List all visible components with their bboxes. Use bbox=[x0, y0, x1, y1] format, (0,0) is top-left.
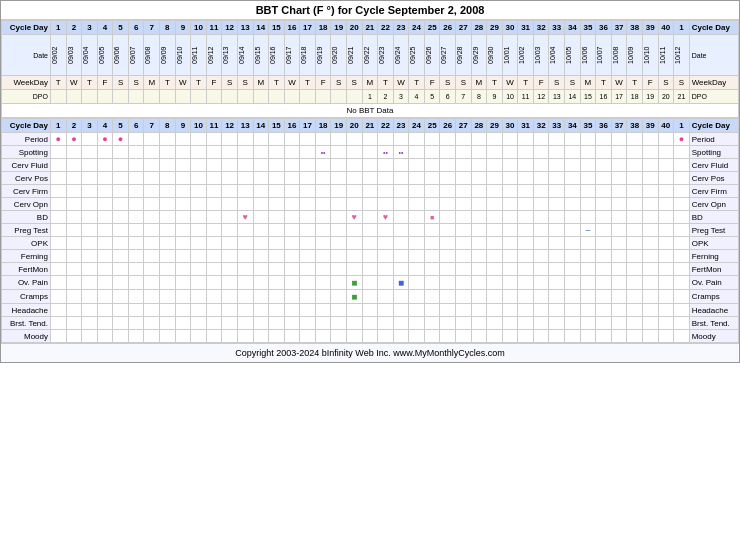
bd-label-right: BD bbox=[689, 211, 738, 224]
cycle-day-row-2: Cycle Day 12345 678910 1112131415 161718… bbox=[2, 119, 739, 133]
weekday-label: WeekDay bbox=[2, 76, 51, 90]
cerv-firm-label: Cerv Firm bbox=[2, 185, 51, 198]
cerv-firm-row: Cerv Firm Cerv Firm bbox=[2, 185, 739, 198]
moody-row: Moody Moody bbox=[2, 330, 739, 343]
spotting-label-right: Spotting bbox=[689, 146, 738, 159]
date-row: Date 09/02 09/03 09/04 09/05 09/06 09/07… bbox=[2, 35, 739, 76]
cramps-label: Cramps bbox=[2, 290, 51, 304]
cycle-day-label-2: Cycle Day bbox=[2, 119, 51, 133]
spotting-label: Spotting bbox=[2, 146, 51, 159]
cramps-label-right: Cramps bbox=[689, 290, 738, 304]
ferning-row: Ferning Ferning bbox=[2, 250, 739, 263]
dpo-label: DPO bbox=[2, 90, 51, 104]
preg-test-label: Preg Test bbox=[2, 224, 51, 237]
no-bbt-label: No BBT Data bbox=[2, 104, 739, 118]
weekday-row: WeekDay TWTFS SMTWT FSSMT WTFSS MTWTF SS… bbox=[2, 76, 739, 90]
cerv-opn-row: Cerv Opn Cerv Opn bbox=[2, 198, 739, 211]
cerv-firm-label-right: Cerv Firm bbox=[689, 185, 738, 198]
preg-test-label-right: Preg Test bbox=[689, 224, 738, 237]
cycle-day-label: Cycle Day bbox=[2, 21, 51, 35]
dpo-row: DPO 12345 678910 1112131415 1617181920 2… bbox=[2, 90, 739, 104]
opk-label-right: OPK bbox=[689, 237, 738, 250]
opk-row: OPK OPK bbox=[2, 237, 739, 250]
brst-tend-row: Brst. Tend. Brst. Tend. bbox=[2, 317, 739, 330]
weekday-label-right: WeekDay bbox=[689, 76, 738, 90]
data-table: Cycle Day 12345 678910 1112131415 161718… bbox=[1, 118, 739, 343]
ferning-label-right: Ferning bbox=[689, 250, 738, 263]
chart-title: BBT Chart (F °) for Cycle September 2, 2… bbox=[1, 1, 739, 20]
headache-row: Headache Headache bbox=[2, 304, 739, 317]
opk-label: OPK bbox=[2, 237, 51, 250]
cerv-opn-label: Cerv Opn bbox=[2, 198, 51, 211]
ov-pain-label-right: Ov. Pain bbox=[689, 276, 738, 290]
footer: Copyright 2003-2024 bInfinity Web Inc. w… bbox=[1, 343, 739, 362]
period-label: Period bbox=[2, 133, 51, 146]
period-row: Period ● ● ● ● ● Period bbox=[2, 133, 739, 146]
cerv-opn-label-right: Cerv Opn bbox=[689, 198, 738, 211]
fertmon-label: FertMon bbox=[2, 263, 51, 276]
cramps-row: Cramps ■ Cramps bbox=[2, 290, 739, 304]
brst-tend-label-right: Brst. Tend. bbox=[689, 317, 738, 330]
cycle-day-label-2-right: Cycle Day bbox=[689, 119, 738, 133]
cerv-pos-row: Cerv Pos Cerv Pos bbox=[2, 172, 739, 185]
dpo-label-right: DPO bbox=[689, 90, 738, 104]
cycle-day-row: Cycle Day 12345 678910 1112131415 161718… bbox=[2, 21, 739, 35]
brst-tend-label: Brst. Tend. bbox=[2, 317, 51, 330]
cerv-pos-label: Cerv Pos bbox=[2, 172, 51, 185]
ferning-label: Ferning bbox=[2, 250, 51, 263]
spotting-row: Spotting •• •• •• Spotting bbox=[2, 146, 739, 159]
fertmon-label-right: FertMon bbox=[689, 263, 738, 276]
period-label-right: Period bbox=[689, 133, 738, 146]
cerv-fluid-label: Cerv Fluid bbox=[2, 159, 51, 172]
date-label-right: Date bbox=[689, 35, 738, 76]
headache-label-right: Headache bbox=[689, 304, 738, 317]
moody-label: Moody bbox=[2, 330, 51, 343]
no-bbt-row: No BBT Data bbox=[2, 104, 739, 118]
cerv-pos-label-right: Cerv Pos bbox=[689, 172, 738, 185]
bd-label: BD bbox=[2, 211, 51, 224]
ov-pain-label: Ov. Pain bbox=[2, 276, 51, 290]
ov-pain-row: Ov. Pain ■ ■ Ov. Pain bbox=[2, 276, 739, 290]
cerv-fluid-label-right: Cerv Fluid bbox=[689, 159, 738, 172]
headache-label: Headache bbox=[2, 304, 51, 317]
cycle-day-label-right: Cycle Day bbox=[689, 21, 738, 35]
bbt-table: Cycle Day 12345 678910 1112131415 161718… bbox=[1, 20, 739, 118]
cerv-fluid-row: Cerv Fluid Cerv Fluid bbox=[2, 159, 739, 172]
date-label: Date bbox=[2, 35, 51, 76]
fertmon-row: FertMon FertMon bbox=[2, 263, 739, 276]
chart-wrapper: BBT Chart (F °) for Cycle September 2, 2… bbox=[0, 0, 740, 363]
moody-label-right: Moody bbox=[689, 330, 738, 343]
preg-test-row: Preg Test – Preg Test bbox=[2, 224, 739, 237]
bd-row: BD ♥ ♥ ♥ ■ BD bbox=[2, 211, 739, 224]
